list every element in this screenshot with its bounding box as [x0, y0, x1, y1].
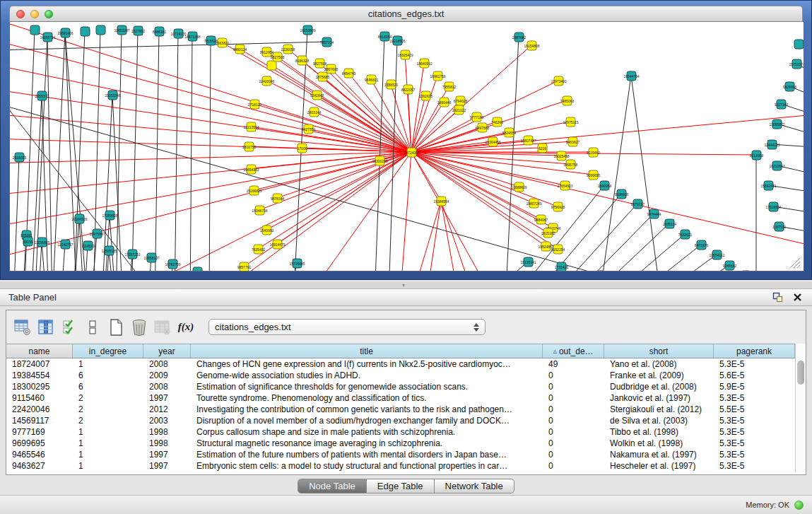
network-node[interactable]: 12444113 — [765, 140, 780, 149]
network-node[interactable]: 10807487 — [520, 136, 536, 145]
table-row[interactable]: 1456911722003Disruption of a novel membe… — [6, 415, 806, 426]
network-node[interactable]: 12213563 — [243, 122, 259, 132]
network-node[interactable]: 1640954 — [598, 181, 612, 190]
network-node[interactable]: 1167533 — [772, 222, 786, 231]
network-node[interactable]: 20691406 — [57, 28, 73, 37]
network-node[interactable]: 15136141 — [520, 257, 536, 267]
network-node[interactable]: 7857224 — [320, 37, 334, 47]
network-node[interactable] — [81, 27, 90, 36]
network-node[interactable]: 9474444 — [647, 209, 661, 218]
network-node[interactable]: 20206526 — [71, 214, 87, 223]
row-height-icon[interactable] — [82, 317, 103, 338]
network-node[interactable]: 14671388 — [184, 32, 200, 41]
network-node[interactable]: 19654953 — [243, 165, 259, 174]
network-node[interactable]: 2803144 — [307, 107, 322, 117]
network-node[interactable]: 20053346 — [105, 90, 120, 100]
network-node[interactable]: 17006 — [298, 144, 307, 153]
network-node[interactable]: 9756928 — [551, 202, 565, 211]
network-window-titlebar[interactable]: citations_edges.txt — [9, 6, 803, 22]
memory-status-indicator[interactable] — [794, 501, 804, 510]
network-node[interactable]: 12975115 — [563, 117, 579, 127]
network-node[interactable]: 16782759 — [165, 259, 180, 269]
network-node[interactable]: 1810755 — [242, 142, 257, 151]
network-node[interactable]: 11156869 — [35, 238, 50, 247]
select-columns-icon[interactable] — [59, 317, 80, 338]
network-canvas[interactable]: 1405572420691406106532871527602846616110… — [9, 22, 804, 271]
network-node[interactable]: 12142757 — [57, 240, 73, 249]
network-node[interactable] — [794, 40, 804, 49]
network-node[interactable]: 2718120 — [248, 100, 262, 109]
network-node[interactable]: 19218506 — [389, 36, 405, 45]
network-node[interactable]: 9777169 — [470, 112, 484, 122]
scrollbar-thumb[interactable] — [797, 361, 804, 385]
network-node[interactable]: 9227343 — [775, 100, 789, 109]
network-node[interactable] — [30, 25, 40, 35]
network-node[interactable]: 9245652 — [723, 261, 737, 270]
show-column-icon[interactable] — [35, 317, 57, 338]
network-node[interactable]: 8454749 — [342, 69, 356, 78]
table-row[interactable]: 911546021997Tourette syndrome. Phenomeno… — [6, 392, 806, 404]
network-node[interactable] — [267, 61, 276, 70]
network-node[interactable]: 17359928 — [102, 211, 117, 220]
network-node[interactable]: 9646821 — [365, 75, 379, 84]
network-node[interactable]: 12923468 — [189, 267, 205, 271]
network-node[interactable]: 18640910 — [416, 59, 432, 68]
network-node[interactable]: 6497568 — [476, 123, 490, 132]
network-node[interactable]: 12505185 — [101, 246, 117, 255]
table-row[interactable]: 977716911998Corpus callosum shape and si… — [6, 426, 806, 438]
network-node[interactable]: 18300295 — [372, 156, 387, 165]
function-builder-icon[interactable]: f(x) — [175, 317, 196, 338]
table-row[interactable]: 969969511998Structural magnetic resonanc… — [6, 438, 806, 449]
minimize-window-button[interactable] — [30, 10, 39, 18]
network-node[interactable]: 8213958 — [750, 151, 764, 160]
network-node[interactable]: 1921022 — [452, 105, 466, 115]
network-node[interactable]: 15892971 — [760, 181, 776, 190]
table-row[interactable]: 1938455462009Genome-wide association stu… — [6, 370, 806, 381]
network-node[interactable]: 9495758 — [564, 160, 578, 169]
network-node[interactable]: 8471676 — [695, 240, 709, 250]
table-row[interactable]: 1830029562008Estimation of significance … — [6, 381, 806, 392]
network-node[interactable]: 9329966 — [783, 82, 797, 91]
split-pane-divider[interactable]: ▾ — [0, 281, 812, 288]
column-header-6[interactable]: pagerank — [714, 344, 795, 358]
table-vertical-scrollbar[interactable] — [795, 344, 806, 472]
new-document-icon[interactable] — [105, 317, 126, 338]
column-header-3[interactable]: title — [191, 344, 543, 358]
delete-rows-trash-icon[interactable] — [129, 317, 150, 338]
network-node[interactable]: 16644784 — [623, 71, 639, 81]
tab-node-table[interactable]: Node Table — [298, 479, 367, 493]
column-header-0[interactable]: name — [6, 344, 73, 358]
close-panel-icon[interactable] — [791, 292, 804, 303]
column-header-1[interactable]: in_degree — [73, 344, 143, 358]
network-node[interactable]: 8152254 — [551, 245, 565, 254]
network-node[interactable]: 16961758 — [430, 71, 445, 81]
table-row[interactable]: 946362711997Embryonic stem cells: a mode… — [6, 460, 806, 472]
network-node[interactable]: 15716485 — [289, 259, 305, 268]
table-options-icon[interactable] — [12, 317, 33, 338]
zoom-window-button[interactable] — [45, 10, 53, 18]
network-node[interactable]: 9938926 — [615, 189, 629, 199]
network-node[interactable]: 2616055 — [13, 153, 27, 162]
network-node[interactable]: 17957253 — [124, 250, 140, 259]
network-node[interactable]: 8822057 — [401, 85, 416, 94]
network-node[interactable]: 7955812 — [442, 82, 457, 91]
network-node[interactable]: 8186328 — [295, 56, 310, 65]
network-node[interactable]: 1733426 — [555, 262, 569, 271]
network-node[interactable]: 2987682 — [512, 33, 526, 42]
network-node[interactable]: 9115460 — [587, 148, 600, 157]
table-row[interactable]: 2242004622012Investigating the contribut… — [6, 404, 806, 415]
network-node[interactable]: 16053809 — [300, 25, 315, 35]
network-node[interactable]: 17016504 — [765, 202, 781, 211]
network-node[interactable]: 7663822 — [216, 38, 230, 47]
network-node[interactable]: 6679197 — [631, 199, 645, 209]
network-node[interactable]: 10653287 — [114, 25, 129, 35]
column-header-5[interactable]: short — [604, 344, 714, 358]
tab-edge-table[interactable]: Edge Table — [367, 479, 435, 493]
network-node[interactable]: 10973493 — [551, 76, 566, 86]
network-node[interactable] — [96, 25, 105, 35]
table-row[interactable]: 1872400712008Changes of HCN gene express… — [6, 358, 806, 370]
close-window-button[interactable] — [16, 10, 25, 18]
network-node[interactable]: 1362615 — [419, 91, 433, 100]
column-header-2[interactable]: year — [143, 344, 191, 358]
network-node[interactable]: 9699695 — [587, 170, 601, 180]
